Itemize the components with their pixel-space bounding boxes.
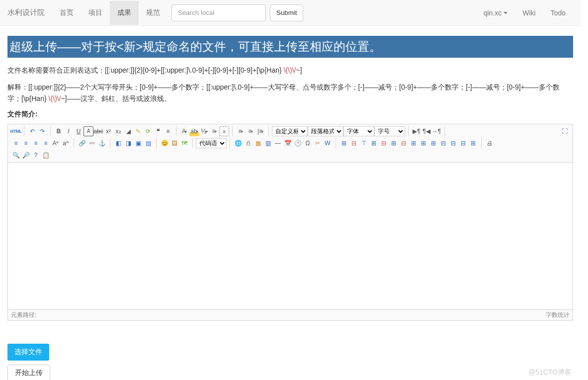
watermark: @51CTO博客 [528, 368, 572, 377]
horizontal-rule-button[interactable]: — [273, 138, 283, 148]
date-button[interactable]: 📅 [283, 138, 293, 148]
submit-button[interactable]: Submit [270, 4, 303, 21]
editor-content-area[interactable] [8, 163, 573, 309]
print-button[interactable]: 🖨 [485, 138, 495, 148]
help-button[interactable]: ? [31, 150, 41, 160]
delete-col-button[interactable]: ⊟ [399, 138, 409, 148]
underline-button[interactable]: U [74, 126, 84, 136]
align-right-button[interactable]: ≡ [31, 138, 41, 148]
merge-right-button[interactable]: ⊞ [419, 138, 428, 148]
nav-todo[interactable]: Todo [543, 1, 573, 24]
unlink-button[interactable]: ⚯ [87, 138, 97, 148]
html-source-button[interactable]: HTML [11, 126, 21, 136]
map-button[interactable]: 🗺 [179, 138, 189, 148]
template-button[interactable]: ▥ [263, 138, 273, 148]
pagebreak-button[interactable]: ⎙ [243, 138, 253, 148]
unordered-list-button[interactable]: ≡▾ [209, 126, 219, 136]
navbar: 水利设计院 首页 项目 成果 规范 Submit qin.xc Wiki Tod… [0, 0, 581, 26]
image-left-button[interactable]: ◧ [113, 138, 123, 148]
delete-table-button[interactable]: ⊟ [349, 138, 359, 148]
merge-cells-button[interactable]: ⊞ [409, 138, 419, 148]
nav-brand[interactable]: 水利设计院 [7, 0, 52, 25]
bold-button[interactable]: B [54, 126, 64, 136]
rich-text-editor: HTML ↶ ↷ B I U A abc x² x₂ ◢ ✎ ⟳ [7, 124, 573, 321]
nav-project[interactable]: 项目 [81, 1, 110, 25]
lineheight-button[interactable]: |≡▾ [255, 126, 265, 136]
selectall-button[interactable]: a [219, 126, 229, 136]
preview-button[interactable]: 🔎 [21, 150, 31, 160]
select-file-button[interactable]: 选择文件 [7, 344, 49, 361]
formatmatch-button[interactable]: ✎ [133, 126, 143, 136]
custom-title-select[interactable]: 自定义标题 [272, 126, 308, 136]
editor-statusbar: 元素路径: 字数统计 [8, 309, 573, 320]
background-button[interactable]: ▦ [253, 138, 263, 148]
start-upload-button[interactable]: 开始上传 [7, 365, 50, 380]
image-button[interactable]: 🖼 [169, 138, 179, 148]
wordimage-button[interactable]: W [323, 138, 333, 148]
forecolor-button[interactable]: A▾ [179, 126, 189, 136]
backcolor-button[interactable]: ab▾ [189, 126, 199, 136]
insert-para-before-button[interactable]: ⊤ [359, 138, 369, 148]
link-button[interactable]: 🔗 [77, 138, 87, 148]
nav-user-label: qin.xc [484, 9, 502, 17]
indent-left-button[interactable]: ¶◀ [421, 126, 431, 136]
nav-spec[interactable]: 规范 [139, 1, 168, 25]
file-intro-label: 文件简介: [7, 110, 573, 119]
insert-row-button[interactable]: ⊞ [369, 138, 379, 148]
snapscreen-button[interactable]: ✂ [313, 138, 323, 148]
insert-table-button[interactable]: ⊞ [339, 138, 349, 148]
drafts-button[interactable]: 📋 [41, 150, 51, 160]
eraser-button[interactable]: ◢ [123, 126, 133, 136]
image-none-button[interactable]: ▤ [143, 138, 153, 148]
split-cells-button[interactable]: ⊟ [438, 138, 448, 148]
insert-col-button[interactable]: ⊞ [389, 138, 399, 148]
code-language-select[interactable]: 代码语言 [196, 138, 227, 148]
image-right-button[interactable]: ◨ [123, 138, 133, 148]
ordered-list-button[interactable]: ⅓▾ [199, 126, 209, 136]
anchor-button[interactable]: ⚓ [97, 138, 107, 148]
page-title-banner: 超级上传——对于按<新>规定命名的文件，可直接上传至相应的位置。 [7, 36, 573, 58]
align-justify-button[interactable]: ≡ [41, 138, 51, 148]
webapp-button[interactable]: 🌐 [233, 138, 243, 148]
redo-button[interactable]: ↷ [37, 126, 47, 136]
emoji-button[interactable]: 😊 [160, 138, 169, 148]
uppercase-button[interactable]: Aᵃ [51, 138, 61, 148]
nav-user-menu[interactable]: qin.xc [476, 1, 515, 24]
rowspacing-top-button[interactable]: ≡▾ [236, 126, 246, 136]
nav-home[interactable]: 首页 [52, 1, 81, 25]
search-input[interactable] [171, 4, 266, 21]
fontborder-button[interactable]: A [84, 126, 93, 136]
element-path-label: 元素路径: [11, 311, 36, 319]
rowspacing-bottom-button[interactable]: ≡▾ [246, 126, 255, 136]
blockquote-button[interactable]: ❝ [153, 126, 163, 136]
align-center-button[interactable]: ≡ [21, 138, 31, 148]
italic-button[interactable]: I [64, 126, 74, 136]
merge-down-button[interactable]: ⊞ [428, 138, 438, 148]
autotypeset-button[interactable]: ⟳ [143, 126, 153, 136]
superscript-button[interactable]: x² [103, 126, 113, 136]
time-button[interactable]: 🕐 [293, 138, 303, 148]
subscript-button[interactable]: x₂ [113, 126, 123, 136]
fullscreen-button[interactable]: ⛶ [560, 126, 570, 136]
pasteplain-button[interactable]: ≡ [163, 126, 173, 136]
undo-button[interactable]: ↶ [27, 126, 37, 136]
lowercase-button[interactable]: aᴬ [61, 138, 71, 148]
align-left-button[interactable]: ≡ [11, 138, 21, 148]
image-center-button[interactable]: ▣ [133, 138, 143, 148]
font-family-select[interactable]: 字体 [343, 126, 374, 136]
nav-wiki[interactable]: Wiki [515, 1, 543, 24]
paragraph-format-select[interactable]: 段落格式 [308, 126, 343, 136]
delete-row-button[interactable]: ⊟ [379, 138, 389, 148]
wordcount-label[interactable]: 字数统计 [546, 311, 570, 319]
strikethrough-button[interactable]: abc [93, 126, 103, 136]
charts-button[interactable]: ⊞ [468, 138, 478, 148]
specialchar-button[interactable]: Ω [303, 138, 313, 148]
indent-button[interactable]: →¶ [431, 126, 441, 136]
regex-explanation: 解释：[[:upper:]]{2}——2个大写字母开头；[0-9]+——多个数字… [7, 82, 573, 104]
font-size-select[interactable]: 字号 [374, 126, 405, 136]
indent-right-button[interactable]: ▶¶ [412, 126, 421, 136]
search-replace-button[interactable]: 🔍 [11, 150, 21, 160]
split-rows-button[interactable]: ⊟ [448, 138, 458, 148]
nav-result[interactable]: 成果 [110, 1, 139, 25]
split-cols-button[interactable]: ⊟ [458, 138, 468, 148]
